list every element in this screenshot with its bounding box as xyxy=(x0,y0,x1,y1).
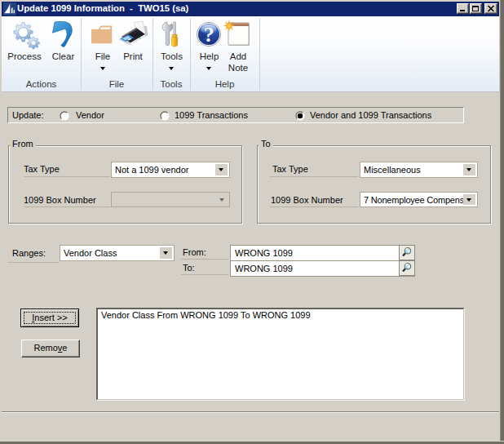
svg-text:?: ? xyxy=(204,23,214,47)
